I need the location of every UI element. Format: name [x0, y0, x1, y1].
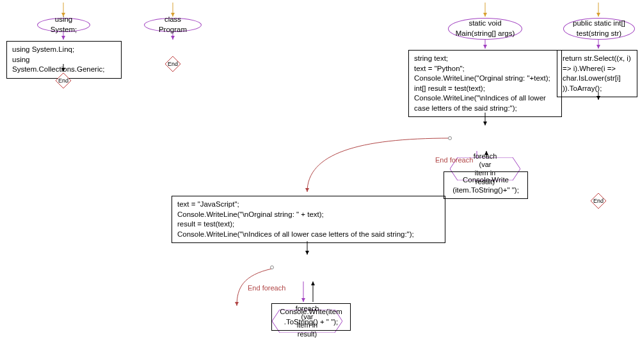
ellipse-label: class Program — [151, 15, 195, 35]
ellipse-label: using System; — [44, 15, 83, 35]
rect-javascript-block: text = "JavaScript"; Console.WriteLine("… — [172, 196, 445, 243]
ellipse-label: public static int[] test(string str) — [573, 19, 625, 38]
hex2-left-port — [270, 265, 274, 269]
end-diamond-2: End — [165, 56, 180, 72]
ellipse-main: static void Main(string[] args) — [448, 18, 522, 40]
ellipse-using-system: using System; — [37, 18, 90, 32]
hex1-left-port — [448, 136, 452, 140]
label-end-foreach-2: End foreach — [248, 284, 285, 292]
label-end-foreach-1: End foreach — [435, 156, 473, 164]
rect-console-write-1: Console.Write (item.ToString()+" "); — [444, 171, 528, 199]
rect-main-body: string text; text = "Python"; Console.Wr… — [408, 50, 562, 117]
ellipse-label: static void Main(string[] args) — [456, 19, 515, 38]
rect-test-body: return str.Select((x, i) => i).Where(i =… — [557, 50, 637, 97]
end-diamond-1: End — [56, 73, 71, 88]
end-diamond-4: End — [591, 193, 606, 209]
ellipse-test-fn: public static int[] test(string str) — [563, 18, 635, 40]
rect-console-write-2: Console.Write(item .ToString() + " "); — [271, 303, 351, 331]
ellipse-class-program: class Program — [144, 18, 202, 32]
